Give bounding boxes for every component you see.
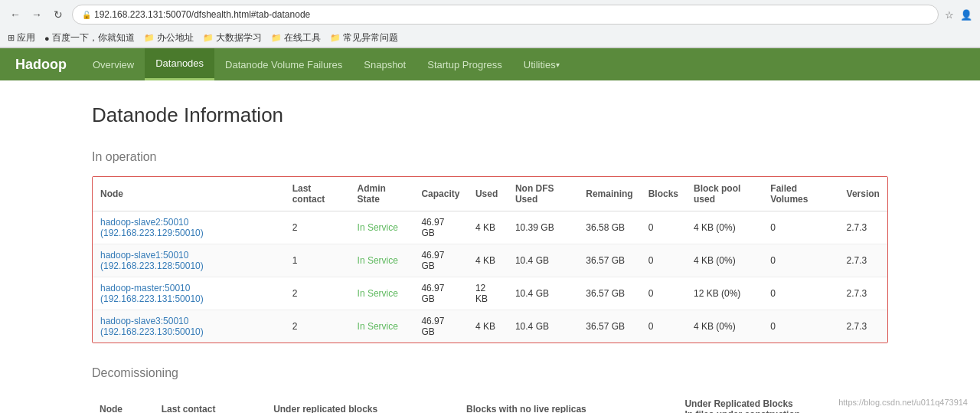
folder-icon-2: 📁 (203, 33, 214, 43)
in-operation-table: Node Last contact Admin State Capacity U… (93, 177, 887, 343)
url-bar[interactable]: 🔓 192.168.223.131:50070/dfshealth.html#t… (72, 5, 939, 25)
folder-icon-1: 📁 (144, 33, 155, 43)
decom-col-last-contact: Last contact (154, 392, 266, 413)
reload-button[interactable]: ↻ (51, 7, 66, 22)
account-icon[interactable]: 👤 (960, 9, 972, 21)
decom-col-under-replicated: Under replicated blocks (266, 392, 459, 413)
cell-row1-col10: 2.7.3 (839, 244, 887, 277)
bookmark-office[interactable]: 📁 办公地址 (144, 31, 194, 44)
cell-row3-col6: 36.57 GB (578, 310, 640, 343)
in-operation-table-container: Node Last contact Admin State Capacity U… (92, 176, 888, 343)
nav-datanode-volume-failures[interactable]: Datanode Volume Failures (214, 48, 353, 80)
col-header-capacity: Capacity (413, 177, 468, 211)
browser-chrome: ← → ↻ 🔓 192.168.223.131:50070/dfshealth.… (0, 0, 980, 48)
cell-row1-col6: 36.57 GB (578, 244, 640, 277)
bookmark-bigdata[interactable]: 📁 大数据学习 (203, 31, 262, 44)
cell-row1-col5: 10.4 GB (508, 244, 578, 277)
cell-row3-col0: hadoop-slave3:50010 (192.168.223.130:500… (93, 310, 285, 343)
col-header-admin-state: Admin State (350, 177, 414, 211)
decom-col-node: Node (92, 392, 154, 413)
in-operation-section: In operation Node Last contact Admin Sta… (92, 150, 888, 343)
cell-row3-col1: 2 (285, 310, 350, 343)
browser-icons: ☆ 👤 (945, 9, 972, 21)
lock-icon: 🔓 (82, 11, 91, 19)
decom-header-row: Node Last contact Under replicated block… (92, 392, 888, 413)
cell-row3-col9: 0 (763, 310, 838, 343)
col-header-non-dfs-used: Non DFS Used (508, 177, 578, 211)
bookmark-apps-label: 应用 (17, 31, 35, 44)
col-header-block-pool-used: Block pool used (686, 177, 763, 211)
in-operation-title: In operation (92, 150, 888, 164)
navbar-brand[interactable]: Hadoop (15, 57, 67, 73)
cell-row1-col8: 4 KB (0%) (686, 244, 763, 277)
bookmarks-bar: ⊞ 应用 ● 百度一下，你就知道 📁 办公地址 📁 大数据学习 📁 在线工具 📁… (0, 29, 980, 48)
decom-section: Decomissioning Node Last contact Under r… (92, 366, 888, 413)
table-header-row: Node Last contact Admin State Capacity U… (93, 177, 887, 211)
col-header-remaining: Remaining (578, 177, 640, 211)
cell-row1-col0: hadoop-slave1:50010 (192.168.223.128:500… (93, 244, 285, 277)
cell-row3-col4: 4 KB (468, 310, 508, 343)
page-title: Datanode Information (92, 103, 888, 127)
bookmark-baidu[interactable]: ● 百度一下，你就知道 (44, 31, 135, 44)
col-header-node: Node (93, 177, 285, 211)
bookmark-bigdata-label: 大数据学习 (216, 31, 262, 44)
bookmark-tools[interactable]: 📁 在线工具 (271, 31, 321, 44)
cell-row1-col2: In Service (350, 244, 414, 277)
col-header-used: Used (468, 177, 508, 211)
cell-row3-col7: 0 (641, 310, 686, 343)
cell-row0-col9: 0 (763, 211, 838, 244)
cell-row1-col3: 46.97 GB (413, 244, 468, 277)
footer-credit: https://blog.csdn.net/u011q473914 (838, 398, 968, 407)
baidu-icon: ● (44, 34, 50, 43)
col-header-failed-volumes: Failed Volumes (763, 177, 838, 211)
nav-snapshot[interactable]: Snapshot (353, 48, 416, 80)
cell-row1-col9: 0 (763, 244, 838, 277)
page-content: Datanode Information In operation Node L… (0, 80, 980, 413)
bookmark-office-label: 办公地址 (157, 31, 194, 44)
cell-row0-col4: 4 KB (468, 211, 508, 244)
decom-title: Decomissioning (92, 366, 888, 380)
cell-row2-col2: In Service (350, 277, 414, 310)
nav-startup-progress[interactable]: Startup Progress (416, 48, 513, 80)
decom-col-no-live-replicas: Blocks with no live replicas (459, 392, 677, 413)
cell-row3-col2: In Service (350, 310, 414, 343)
bookmark-apps[interactable]: ⊞ 应用 (8, 31, 35, 44)
col-header-last-contact: Last contact (285, 177, 350, 211)
cell-row3-col5: 10.4 GB (508, 310, 578, 343)
cell-row2-col6: 36.57 GB (578, 277, 640, 310)
nav-utilities[interactable]: Utilities (513, 48, 570, 80)
folder-icon-4: 📁 (330, 33, 341, 43)
decom-table: Node Last contact Under replicated block… (92, 392, 888, 413)
nav-overview[interactable]: Overview (82, 48, 145, 80)
bookmark-errors-label: 常见异常问题 (343, 31, 398, 44)
cell-row2-col9: 0 (763, 277, 838, 310)
browser-toolbar: ← → ↻ 🔓 192.168.223.131:50070/dfshealth.… (0, 0, 980, 29)
cell-row1-col1: 1 (285, 244, 350, 277)
cell-row2-col3: 46.97 GB (413, 277, 468, 310)
cell-row0-col1: 2 (285, 211, 350, 244)
cell-row2-col5: 10.4 GB (508, 277, 578, 310)
cell-row0-col10: 2.7.3 (839, 211, 887, 244)
back-button[interactable]: ← (8, 7, 23, 22)
cell-row0-col8: 4 KB (0%) (686, 211, 763, 244)
cell-row2-col7: 0 (641, 277, 686, 310)
nav-datanodes[interactable]: Datanodes (145, 48, 214, 80)
table-row: hadoop-master:50010 (192.168.223.131:500… (93, 277, 887, 310)
cell-row2-col0: hadoop-master:50010 (192.168.223.131:500… (93, 277, 285, 310)
cell-row0-col5: 10.39 GB (508, 211, 578, 244)
table-row: hadoop-slave3:50010 (192.168.223.130:500… (93, 310, 887, 343)
bookmark-tools-label: 在线工具 (284, 31, 321, 44)
star-icon[interactable]: ☆ (945, 9, 954, 21)
cell-row2-col1: 2 (285, 277, 350, 310)
bookmark-errors[interactable]: 📁 常见异常问题 (330, 31, 398, 44)
table-row: hadoop-slave2:50010 (192.168.223.129:500… (93, 211, 887, 244)
cell-row3-col10: 2.7.3 (839, 310, 887, 343)
col-header-blocks: Blocks (641, 177, 686, 211)
col-header-version: Version (839, 177, 887, 211)
cell-row1-col7: 0 (641, 244, 686, 277)
cell-row0-col0: hadoop-slave2:50010 (192.168.223.129:500… (93, 211, 285, 244)
cell-row0-col3: 46.97 GB (413, 211, 468, 244)
cell-row3-col8: 4 KB (0%) (686, 310, 763, 343)
forward-button[interactable]: → (29, 7, 44, 22)
navbar: Hadoop Overview Datanodes Datanode Volum… (0, 48, 980, 80)
